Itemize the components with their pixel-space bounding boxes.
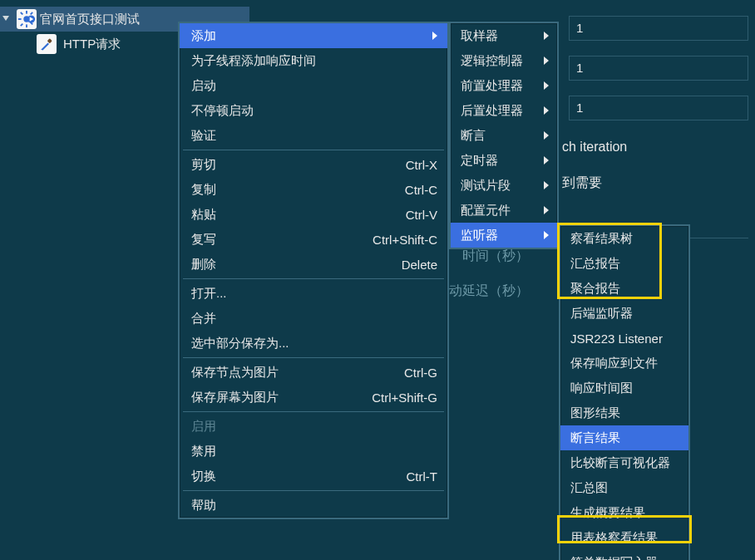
context-menu-item[interactable]: 选中部分保存为...: [180, 331, 447, 356]
menu-shortcut: Ctrl-C: [405, 183, 437, 197]
submenu-arrow-icon: [544, 106, 549, 115]
menu-item-label: 验证: [191, 128, 216, 144]
threads-input[interactable]: 1: [569, 16, 748, 41]
menu-item-label: 为子线程添加响应时间: [191, 53, 316, 69]
listener-submenu-item[interactable]: 用表格察看结果: [560, 525, 688, 550]
add-submenu-item[interactable]: 前置处理器: [451, 73, 557, 98]
menu-item-label: 察看结果树: [570, 231, 633, 247]
iteration-label: ch iteration: [562, 140, 627, 155]
context-menu: 添加为子线程添加响应时间启动不停顿启动验证剪切Ctrl-X复制Ctrl-C粘贴C…: [178, 22, 449, 519]
listener-submenu-item[interactable]: 比较断言可视化器: [560, 450, 688, 475]
context-menu-item[interactable]: 帮助: [180, 493, 447, 518]
submenu-arrow-icon: [544, 81, 549, 90]
menu-item-label: 启用: [191, 419, 216, 435]
add-submenu-item[interactable]: 断言: [451, 123, 557, 148]
menu-item-label: 打开...: [191, 286, 227, 302]
gear-icon: [17, 9, 37, 29]
context-menu-item[interactable]: 启动: [180, 73, 447, 98]
submenu-arrow-icon: [544, 206, 549, 214]
context-menu-item[interactable]: 复制Ctrl-C: [180, 177, 447, 202]
context-menu-item[interactable]: 切换Ctrl-T: [180, 464, 447, 489]
listener-submenu-item[interactable]: 简单数据写入器: [560, 550, 688, 560]
menu-item-label: 后端监听器: [570, 306, 633, 322]
context-menu-item[interactable]: 打开...: [180, 281, 447, 306]
menu-item-label: 取样器: [461, 28, 498, 44]
context-menu-item[interactable]: 复写Ctrl+Shift-C: [180, 227, 447, 252]
menu-item-label: 禁用: [191, 444, 216, 459]
listener-submenu-item[interactable]: 响应时间图: [560, 376, 688, 400]
until-needed-label: 到需要: [562, 174, 602, 192]
menu-item-label: 图形结果: [570, 405, 620, 421]
menu-item-label: 复制: [191, 182, 216, 198]
listener-submenu-item[interactable]: 汇总图: [560, 475, 688, 500]
listener-submenu-item[interactable]: 聚合报告: [560, 276, 688, 301]
add-submenu-item[interactable]: 测试片段: [451, 173, 557, 198]
menu-item-label: 配置元件: [461, 203, 511, 219]
context-menu-item[interactable]: 不停顿启动: [180, 98, 447, 123]
menu-item-label: 断言结果: [570, 430, 620, 446]
menu-shortcut: Ctrl+Shift-C: [373, 233, 437, 247]
svg-rect-1: [26, 11, 27, 14]
context-menu-item[interactable]: 粘贴Ctrl-V: [180, 202, 447, 227]
menu-shortcut: Ctrl-X: [406, 158, 437, 172]
submenu-arrow-icon: [544, 231, 549, 239]
menu-item-label: 响应时间图: [570, 381, 633, 396]
menu-item-label: 后置处理器: [461, 103, 523, 119]
context-menu-item[interactable]: 禁用: [180, 439, 447, 464]
context-menu-item[interactable]: 保存屏幕为图片Ctrl+Shift-G: [180, 385, 447, 410]
menu-shortcut: Ctrl-V: [406, 208, 437, 222]
menu-item-label: 监听器: [461, 228, 498, 243]
rampup-input[interactable]: 1: [569, 56, 748, 81]
svg-rect-8: [30, 12, 33, 15]
svg-rect-3: [18, 18, 22, 20]
menu-item-label: JSR223 Listener: [570, 332, 663, 346]
add-submenu-item[interactable]: 配置元件: [451, 198, 557, 223]
listener-submenu-item[interactable]: JSR223 Listener: [560, 326, 688, 351]
context-menu-item: 启用: [180, 414, 447, 439]
listener-submenu-item[interactable]: 断言结果: [560, 425, 688, 450]
menu-item-label: 不停顿启动: [191, 103, 254, 119]
add-submenu-item[interactable]: 取样器: [451, 23, 557, 48]
add-submenu-item[interactable]: 后置处理器: [451, 98, 557, 123]
menu-separator: [183, 490, 444, 491]
context-menu-item[interactable]: 删除Delete: [180, 252, 447, 277]
add-submenu: 取样器逻辑控制器前置处理器后置处理器断言定时器测试片段配置元件监听器: [449, 22, 559, 249]
svg-rect-7: [20, 23, 23, 27]
context-menu-item[interactable]: 合并: [180, 306, 447, 331]
listener-submenu-item[interactable]: 生成概要结果: [560, 500, 688, 525]
add-submenu-item[interactable]: 监听器: [451, 223, 557, 248]
chevron-down-icon: [2, 13, 13, 25]
listener-submenu: 察看结果树汇总报告聚合报告后端监听器JSR223 Listener保存响应到文件…: [559, 224, 690, 560]
submenu-arrow-icon: [432, 32, 437, 40]
context-menu-item[interactable]: 添加: [180, 23, 447, 48]
context-menu-item[interactable]: 为子线程添加响应时间: [180, 48, 447, 73]
menu-item-label: 帮助: [191, 498, 216, 513]
menu-item-label: 保存响应到文件: [570, 356, 658, 371]
submenu-arrow-icon: [544, 156, 549, 165]
context-menu-item[interactable]: 保存节点为图片Ctrl-G: [180, 360, 447, 385]
menu-shortcut: Ctrl-T: [407, 469, 438, 484]
menu-item-label: 简单数据写入器: [570, 555, 658, 561]
add-submenu-item[interactable]: 逻辑控制器: [451, 48, 557, 73]
context-menu-item[interactable]: 剪切Ctrl-X: [180, 152, 447, 177]
menu-item-label: 删除: [191, 257, 216, 273]
listener-submenu-item[interactable]: 察看结果树: [560, 226, 688, 251]
menu-item-label: 保存节点为图片: [191, 365, 279, 381]
svg-rect-11: [47, 38, 52, 43]
menu-item-label: 合并: [191, 311, 216, 327]
submenu-arrow-icon: [544, 56, 549, 65]
tree-node-label: 官网首页接口测试: [40, 12, 140, 27]
add-submenu-item[interactable]: 定时器: [451, 148, 557, 173]
listener-submenu-item[interactable]: 保存响应到文件: [560, 351, 688, 376]
listener-submenu-item[interactable]: 汇总报告: [560, 251, 688, 276]
submenu-arrow-icon: [544, 32, 549, 40]
loop-count-input[interactable]: 1: [569, 96, 748, 120]
menu-item-label: 断言: [461, 128, 486, 144]
listener-submenu-item[interactable]: 后端监听器: [560, 301, 688, 326]
menu-item-label: 选中部分保存为...: [191, 336, 289, 351]
context-menu-item[interactable]: 验证: [180, 123, 447, 148]
menu-item-label: 复写: [191, 232, 216, 248]
listener-submenu-item[interactable]: 图形结果: [560, 400, 688, 425]
svg-rect-2: [26, 24, 27, 27]
menu-item-label: 比较断言可视化器: [570, 455, 670, 471]
